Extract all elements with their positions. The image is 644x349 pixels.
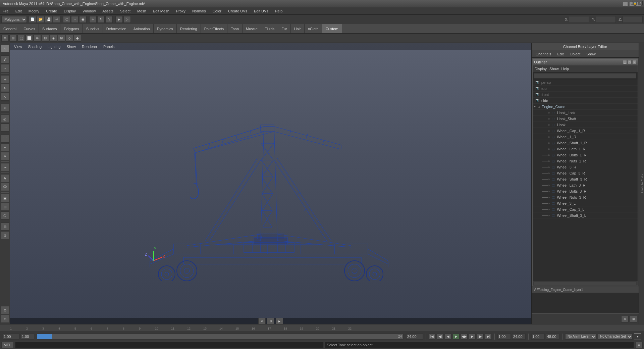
outliner-item-side[interactable]: 📷 side bbox=[533, 98, 638, 104]
render-view-btn[interactable]: ▣ bbox=[1, 194, 9, 202]
vp-shading-menu[interactable]: Shading bbox=[27, 44, 43, 49]
menu-window[interactable]: Window bbox=[81, 8, 97, 14]
max-end-field[interactable] bbox=[546, 334, 559, 340]
shelf-icon-6[interactable]: ⊟ bbox=[42, 35, 49, 42]
outliner-item-wheelbolts3r[interactable]: ——○ ⬚ Wheel_Bolts_3_R bbox=[533, 188, 638, 194]
outliner-item-wheel3l[interactable]: ——○ ⬚ Wheel_3_L bbox=[533, 200, 638, 206]
tab-toon[interactable]: Toon bbox=[227, 24, 243, 33]
goto-start-btn[interactable]: |◀ bbox=[429, 334, 435, 340]
outliner-item-front[interactable]: 📷 front bbox=[533, 92, 638, 98]
measure-btn[interactable]: ⊸ bbox=[1, 163, 9, 171]
menu-edit[interactable]: Edit bbox=[14, 8, 23, 14]
outliner-item-wheellath1r[interactable]: ——○ ⬚ Wheel_Lath_1_R bbox=[533, 146, 638, 152]
next-key-btn[interactable]: |▶ bbox=[477, 334, 484, 340]
outliner-maximize[interactable]: □ bbox=[628, 60, 632, 64]
ipr-btn[interactable]: ▷ bbox=[123, 16, 131, 23]
outliner-close[interactable]: ✕ bbox=[632, 60, 636, 64]
max-start-field[interactable] bbox=[531, 334, 545, 340]
tab-surfaces[interactable]: Surfaces bbox=[39, 24, 60, 33]
outliner-item-hook[interactable]: ——○ ⬚ Hook bbox=[533, 122, 638, 128]
outliner-search-input[interactable] bbox=[534, 73, 636, 79]
lasso-btn[interactable]: ○ bbox=[71, 16, 78, 23]
prev-key-btn[interactable]: ◀| bbox=[437, 334, 443, 340]
menu-create-uvs[interactable]: Create UVs bbox=[227, 8, 249, 14]
vp-fit-btn[interactable]: ⊕ bbox=[258, 318, 266, 324]
tab-ncloth[interactable]: nCloth bbox=[305, 24, 322, 33]
tab-animation[interactable]: Animation bbox=[130, 24, 154, 33]
tab-curves[interactable]: Curves bbox=[20, 24, 39, 33]
tab-custom[interactable]: Custom bbox=[322, 24, 342, 33]
outliner-menu-display[interactable]: Display bbox=[535, 67, 547, 71]
paint-btn[interactable]: ◉ bbox=[79, 16, 87, 23]
mode-dropdown[interactable]: Polygons bbox=[1, 16, 27, 23]
outliner-item-wheel1r[interactable]: ——○ ⬚ Wheel_1_R bbox=[533, 134, 638, 140]
menu-color[interactable]: Color bbox=[211, 8, 223, 14]
new-scene-btn[interactable]: 📄 bbox=[29, 16, 36, 23]
select-btn[interactable]: ⬡ bbox=[63, 16, 70, 23]
z-input[interactable] bbox=[623, 16, 643, 23]
play-forward-btn[interactable]: ▶ bbox=[453, 334, 460, 340]
rotate-btn[interactable]: ↻ bbox=[97, 16, 105, 23]
tab-deformation[interactable]: Deformation bbox=[103, 24, 130, 33]
undo-btn[interactable]: ↩ bbox=[53, 16, 60, 23]
char-set-dropdown[interactable]: No Character Set bbox=[598, 334, 633, 340]
timeline-track[interactable]: 24 bbox=[37, 334, 404, 340]
cb-settings-btn[interactable]: ⚙ bbox=[638, 1, 643, 5]
move-tool-btn[interactable]: ✛ bbox=[1, 75, 9, 83]
bottom-icon-1[interactable]: ⊘ bbox=[1, 306, 9, 314]
vp-show-menu[interactable]: Show bbox=[65, 44, 77, 49]
prev-frame-btn[interactable]: ◀ bbox=[445, 334, 451, 340]
shelf-icon-2[interactable]: ⊞ bbox=[9, 35, 17, 42]
save-btn[interactable]: 💾 bbox=[45, 16, 52, 23]
outliner-item-hookshaft[interactable]: ——○ ⬚ Hook_Shaft bbox=[533, 116, 638, 122]
outliner-item-wheelshaft3r[interactable]: ——○ ⬚ Wheel_Shaft_3_R bbox=[533, 176, 638, 182]
cb-tab-edit[interactable]: Edit bbox=[556, 51, 565, 57]
shelf-icon-3[interactable]: ⬚ bbox=[17, 35, 25, 42]
vp-render-btn[interactable]: ▶ bbox=[276, 318, 283, 324]
attribute-editor-strip[interactable]: Attribute Editor bbox=[639, 43, 644, 324]
render-btn[interactable]: ▶ bbox=[115, 16, 123, 23]
frame-start-field[interactable] bbox=[3, 334, 19, 340]
outliner-item-wheelcap1r[interactable]: ——○ ⬚ Wheel_Cap_1_R bbox=[533, 128, 638, 134]
scale-btn[interactable]: ⤡ bbox=[105, 16, 113, 23]
mel-input[interactable] bbox=[15, 342, 324, 348]
cb-icon-2[interactable]: ⊞ bbox=[630, 316, 637, 322]
script-editor-btn[interactable]: ≡ bbox=[635, 342, 643, 348]
outliner-item-wheelshaft1r[interactable]: ——○ ⬚ Wheel_Shaft_1_R bbox=[533, 140, 638, 146]
shelf-icon-1[interactable]: ⊕ bbox=[1, 35, 9, 42]
tab-fluids[interactable]: Fluids bbox=[261, 24, 278, 33]
outliner-item-wheellath3r[interactable]: ——○ ⬚ Wheel_Lath_3_R bbox=[533, 182, 638, 188]
outliner-item-engine-crane[interactable]: ▾ □ Engine_Crane bbox=[533, 104, 638, 110]
x-input[interactable] bbox=[569, 16, 589, 23]
tab-general[interactable]: General bbox=[0, 24, 20, 33]
outliner-item-wheelnuts1r[interactable]: ——○ ⬚ Wheel_Nuts_1_R bbox=[533, 158, 638, 164]
outliner-item-top[interactable]: 📷 top bbox=[533, 86, 638, 92]
anim-start-field[interactable] bbox=[497, 334, 511, 340]
cb-tab-object[interactable]: Object bbox=[568, 51, 582, 57]
menu-assets[interactable]: Assets bbox=[101, 8, 115, 14]
anim-end-field[interactable] bbox=[512, 334, 526, 340]
vp-view-menu[interactable]: View bbox=[13, 44, 23, 49]
scale-tool-btn[interactable]: ⤡ bbox=[1, 93, 9, 101]
show-manip-btn[interactable]: ⊕ bbox=[1, 104, 9, 112]
outliner-item-persp[interactable]: 📷 persp bbox=[533, 80, 638, 86]
pencil-btn[interactable]: ✏ bbox=[1, 152, 9, 160]
frame-end-field[interactable] bbox=[406, 334, 423, 340]
outliner-minimize[interactable]: _ bbox=[623, 60, 627, 64]
select-tool-btn[interactable]: ↖ bbox=[1, 44, 9, 52]
play-backward-btn[interactable]: ◀▶ bbox=[461, 334, 468, 340]
menu-help[interactable]: Help bbox=[274, 8, 284, 14]
paint-sel-btn[interactable]: 🖊 bbox=[1, 55, 9, 63]
show-grid-btn[interactable]: ⊟ bbox=[1, 222, 9, 231]
tab-hair[interactable]: Hair bbox=[291, 24, 305, 33]
tab-dynamics[interactable]: Dynamics bbox=[154, 24, 177, 33]
anim-layer-dropdown[interactable]: No Anim Layer bbox=[565, 334, 596, 340]
shelf-icon-7[interactable]: ◈ bbox=[50, 35, 57, 42]
hscroll-track[interactable] bbox=[534, 282, 636, 285]
outliner-hscroll[interactable] bbox=[533, 281, 638, 286]
menu-proxy[interactable]: Proxy bbox=[175, 8, 187, 14]
menu-file[interactable]: File bbox=[1, 8, 10, 14]
outliner-item-wheelcap3r[interactable]: ——○ ⬚ Wheel_Cap_3_R bbox=[533, 170, 638, 176]
outliner-item-wheelbolts1r[interactable]: ——○ ⬚ Wheel_Bolts_1_R bbox=[533, 152, 638, 158]
outliner-item-wheelnuts3r[interactable]: ——○ ⬚ Wheel_Nuts_3_R bbox=[533, 194, 638, 200]
